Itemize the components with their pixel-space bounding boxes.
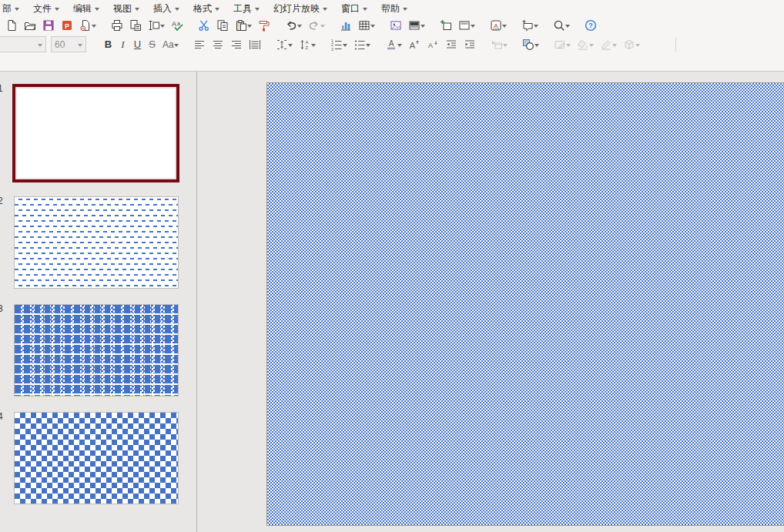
numbered-list-button[interactable]: 123 xyxy=(327,37,350,52)
menu-item-format[interactable]: 格式 xyxy=(186,0,226,17)
chart-button[interactable] xyxy=(337,18,355,33)
table-icon xyxy=(358,19,370,32)
undo-button[interactable] xyxy=(282,18,305,33)
copy-button[interactable] xyxy=(213,18,232,33)
chevron-down-icon xyxy=(403,8,407,11)
help-button[interactable]: ? xyxy=(581,18,600,33)
page-setup-button[interactable] xyxy=(145,18,168,33)
chevron-down-icon xyxy=(363,8,367,11)
slide-thumbnail-4[interactable] xyxy=(14,412,179,504)
shape-outline-icon xyxy=(554,38,566,51)
format-pane-button[interactable] xyxy=(487,37,511,52)
screenshot-button[interactable] xyxy=(387,18,405,33)
chevron-down-icon xyxy=(566,44,571,47)
svg-text:A: A xyxy=(172,20,176,28)
chevron-down-icon xyxy=(95,8,99,11)
slide-editing-area xyxy=(197,72,784,532)
bold-button[interactable]: B xyxy=(101,37,116,52)
menu-item-slideshow[interactable]: 幻灯片放映 xyxy=(266,0,334,17)
decrease-font-button[interactable]: A xyxy=(424,37,442,52)
decrease-indent-icon xyxy=(445,38,457,51)
menu-item-label: 窗口 xyxy=(341,2,360,15)
ppt-file-button[interactable]: P xyxy=(58,18,76,33)
find-button[interactable] xyxy=(550,18,573,33)
menu-item-window[interactable]: 窗口 xyxy=(334,0,374,17)
menu-item-insert[interactable]: 插入 xyxy=(146,0,186,17)
spell-check-button[interactable]: Aa xyxy=(168,18,186,33)
line-spacing-button[interactable] xyxy=(273,37,296,52)
slide-layout-button[interactable] xyxy=(455,18,478,33)
effect-3d-button[interactable] xyxy=(620,37,643,52)
fill-color-button[interactable] xyxy=(574,37,597,52)
format-painter-button[interactable] xyxy=(255,18,273,33)
font-name-combo[interactable] xyxy=(0,36,46,52)
increase-font-button[interactable]: A xyxy=(405,37,424,52)
table-button[interactable] xyxy=(355,18,378,33)
svg-text:P: P xyxy=(65,22,69,30)
open-button[interactable] xyxy=(21,18,39,33)
menu-item-label: 格式 xyxy=(193,2,212,15)
line-color-button[interactable] xyxy=(597,37,620,52)
chevron-down-icon xyxy=(174,44,179,47)
chevron-down-icon xyxy=(311,44,316,47)
menu-item-view[interactable]: 视图 xyxy=(106,0,146,17)
char-format-icon: A xyxy=(490,19,502,32)
slide-thumbnail-1[interactable] xyxy=(12,84,179,182)
font-size-combo[interactable]: 60 xyxy=(51,36,86,52)
slide-layout-icon xyxy=(458,19,471,32)
change-case-icon: Aa xyxy=(162,38,174,51)
svg-text:3: 3 xyxy=(331,46,333,51)
save-button[interactable] xyxy=(39,18,58,33)
italic-button[interactable]: I xyxy=(116,37,130,52)
slide-thumbnail-3[interactable] xyxy=(14,304,179,396)
text-direction-button[interactable]: AZ xyxy=(296,37,319,52)
slide-number: 2 xyxy=(0,196,3,206)
char-format-button[interactable]: A xyxy=(487,18,510,33)
new-button[interactable] xyxy=(2,18,21,33)
toolbar-formatting: 60BIUSAaAZ123AAA xyxy=(0,34,784,54)
cut-button[interactable] xyxy=(195,18,213,33)
menu-item-file[interactable]: 文件 xyxy=(26,0,66,17)
svg-text:A: A xyxy=(305,40,308,45)
redo-button[interactable] xyxy=(305,18,328,33)
font-color-button[interactable]: A xyxy=(382,37,405,52)
slide-canvas[interactable] xyxy=(266,82,784,526)
menu-item-edit[interactable]: 编辑 xyxy=(66,0,106,17)
new-slide-button[interactable] xyxy=(437,18,455,33)
menu-item-label: 工具 xyxy=(233,2,252,15)
align-right-button[interactable] xyxy=(227,37,246,52)
slide-number: 3 xyxy=(0,303,3,314)
paste-button[interactable] xyxy=(232,18,255,33)
strikethrough-button[interactable]: S xyxy=(145,37,159,52)
align-center-button[interactable] xyxy=(209,37,227,52)
undo-arrow-icon xyxy=(285,19,297,32)
slide-thumbnail-2[interactable] xyxy=(14,196,179,289)
print-button[interactable] xyxy=(108,18,126,33)
chevron-down-icon xyxy=(534,25,538,28)
menu-item-tools[interactable]: 工具 xyxy=(226,0,266,17)
format-painter-icon xyxy=(258,19,270,32)
change-case-button[interactable]: Aa xyxy=(159,37,182,52)
chevron-down-icon xyxy=(323,8,327,11)
bullet-list-button[interactable] xyxy=(350,37,374,52)
chevron-down-icon xyxy=(471,25,475,28)
menu-item-label: 插入 xyxy=(153,2,172,15)
shape-outline-button[interactable] xyxy=(551,37,574,52)
menu-item-help[interactable]: 帮助 xyxy=(374,0,414,17)
chevron-down-icon xyxy=(502,25,507,28)
shapes-button[interactable] xyxy=(519,37,542,52)
underline-button[interactable]: U xyxy=(130,37,145,52)
ppt-file-icon: P xyxy=(61,19,73,32)
export-doc-button[interactable] xyxy=(76,18,99,33)
slide-thumbnail-row: 1 xyxy=(14,84,179,182)
align-left-button[interactable] xyxy=(190,37,209,52)
magnifier-icon xyxy=(553,19,565,32)
increase-indent-button[interactable] xyxy=(461,37,479,52)
background-format-button[interactable] xyxy=(405,18,428,33)
justify-button[interactable] xyxy=(246,37,264,52)
decrease-indent-button[interactable] xyxy=(442,37,461,52)
print-preview-button[interactable] xyxy=(126,18,145,33)
comment-button[interactable] xyxy=(518,18,541,33)
italic-icon: I xyxy=(119,38,127,51)
menu-item-all[interactable]: 部 xyxy=(1,0,26,17)
